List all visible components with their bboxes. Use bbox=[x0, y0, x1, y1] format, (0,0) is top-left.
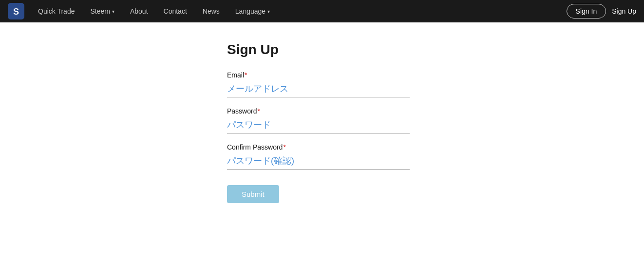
page-title: Sign Up bbox=[227, 42, 279, 57]
confirm-password-input[interactable] bbox=[227, 153, 410, 170]
email-required-star: * bbox=[245, 71, 247, 79]
password-input[interactable] bbox=[227, 117, 410, 133]
signup-form: Email* Password* Confirm Password* Submi… bbox=[227, 71, 410, 203]
password-required-star: * bbox=[257, 107, 260, 115]
chevron-down-icon: ▾ bbox=[112, 9, 114, 14]
sign-up-nav-button[interactable]: Sign Up bbox=[612, 7, 636, 15]
nav-actions: Sign In Sign Up bbox=[567, 4, 636, 19]
email-label: Email* bbox=[227, 71, 410, 79]
navbar: S Quick Trade Steem ▾ About Contact News… bbox=[0, 0, 644, 22]
nav-contact[interactable]: Contact bbox=[156, 0, 195, 22]
submit-button[interactable]: Submit bbox=[227, 185, 279, 203]
confirm-password-required-star: * bbox=[283, 143, 285, 151]
chevron-down-icon: ▾ bbox=[267, 9, 270, 14]
nav-steem[interactable]: Steem ▾ bbox=[82, 0, 122, 22]
confirm-password-label: Confirm Password* bbox=[227, 143, 410, 151]
nav-news[interactable]: News bbox=[195, 0, 227, 22]
confirm-password-group: Confirm Password* bbox=[227, 143, 410, 170]
site-logo[interactable]: S bbox=[8, 3, 24, 19]
main-content: Sign Up Email* Password* Confirm Passwor… bbox=[0, 22, 644, 223]
password-group: Password* bbox=[227, 107, 410, 133]
password-label: Password* bbox=[227, 107, 410, 115]
svg-text:S: S bbox=[13, 7, 19, 17]
nav-quick-trade[interactable]: Quick Trade bbox=[30, 0, 82, 22]
email-group: Email* bbox=[227, 71, 410, 97]
nav-about[interactable]: About bbox=[122, 0, 156, 22]
nav-links: Quick Trade Steem ▾ About Contact News L… bbox=[30, 0, 567, 22]
nav-language[interactable]: Language ▾ bbox=[227, 0, 278, 22]
email-input[interactable] bbox=[227, 81, 410, 97]
sign-in-button[interactable]: Sign In bbox=[567, 4, 606, 19]
